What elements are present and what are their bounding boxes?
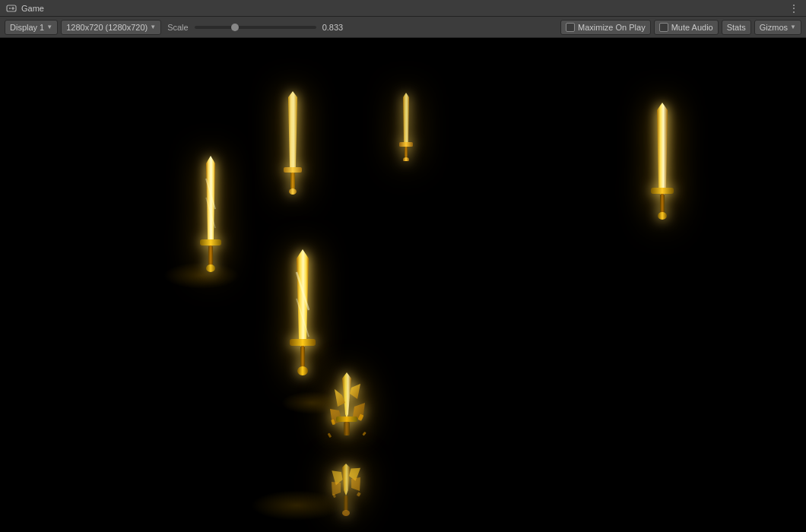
mute-audio-button[interactable]: Mute Audio: [654, 20, 719, 35]
sword-7-partial: [327, 464, 365, 524]
svg-marker-42: [351, 477, 360, 491]
svg-rect-37: [362, 432, 367, 436]
svg-marker-8: [403, 93, 409, 150]
glow-pool-1: [251, 490, 342, 521]
glow-pool-2: [281, 391, 342, 414]
svg-rect-38: [328, 432, 332, 438]
svg-marker-43: [332, 482, 341, 496]
svg-point-1: [9, 8, 11, 9]
stats-button[interactable]: Stats: [722, 20, 751, 35]
svg-point-21: [658, 212, 667, 220]
svg-rect-20: [660, 194, 665, 214]
scale-value: 0.833: [322, 23, 349, 32]
svg-rect-44: [344, 496, 348, 511]
svg-point-27: [297, 366, 308, 375]
sword-1: [278, 91, 308, 198]
svg-marker-18: [657, 103, 668, 201]
scale-slider[interactable]: [195, 26, 316, 29]
display-selector[interactable]: Display 1 ▼: [5, 20, 58, 35]
svg-rect-10: [405, 147, 408, 157]
svg-rect-34: [344, 422, 350, 435]
sword-2: [395, 93, 417, 161]
svg-rect-15: [200, 239, 221, 245]
svg-rect-19: [651, 188, 674, 194]
svg-rect-33: [336, 416, 357, 422]
svg-marker-4: [288, 91, 297, 179]
svg-point-45: [342, 510, 350, 516]
svg-marker-28: [342, 372, 351, 418]
svg-rect-5: [284, 167, 302, 173]
mute-checkbox: [659, 23, 668, 32]
svg-marker-39: [342, 464, 350, 496]
svg-rect-6: [290, 173, 295, 189]
svg-rect-26: [300, 346, 305, 367]
svg-rect-9: [399, 142, 413, 147]
glow-pool-3: [163, 262, 240, 289]
game-icon: [6, 3, 17, 14]
resolution-selector[interactable]: 1280x720 (1280x720) ▼: [61, 20, 161, 35]
toolbar: Display 1 ▼ 1280x720 (1280x720) ▼ Scale …: [0, 17, 806, 38]
svg-point-11: [403, 157, 409, 161]
sword-5: [283, 249, 322, 377]
game-viewport: [0, 38, 806, 532]
svg-rect-25: [290, 339, 316, 346]
scale-thumb[interactable]: [231, 24, 239, 31]
svg-point-7: [289, 188, 297, 195]
sword-6-breaking: [321, 372, 373, 464]
gizmos-button[interactable]: Gizmos ▼: [754, 20, 801, 35]
sword-4: [645, 103, 680, 220]
scale-label: Scale: [167, 23, 189, 32]
title-bar: Game ⋮: [0, 0, 806, 17]
window-title: Game: [21, 4, 44, 13]
maximize-on-play-button[interactable]: Maximize On Play: [560, 20, 651, 35]
window-menu-dots[interactable]: ⋮: [789, 2, 800, 14]
svg-marker-29: [350, 384, 360, 399]
maximize-checkbox: [566, 23, 575, 32]
svg-rect-46: [357, 492, 361, 496]
sword-3: [194, 156, 227, 274]
